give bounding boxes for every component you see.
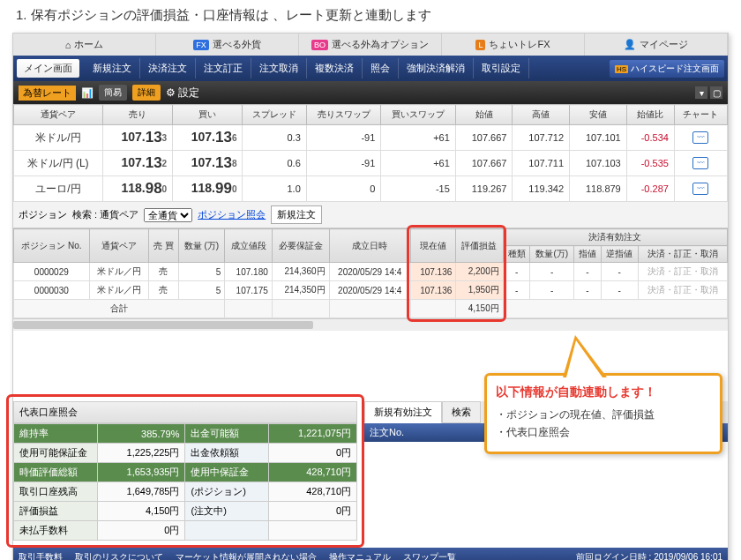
callout-line: ・ポジションの現在値、評価損益 <box>496 407 711 422</box>
last-login-time: 前回ログイン日時 : 2019/09/06 16:01 <box>576 551 722 560</box>
menu-close-order[interactable]: 決済注文 <box>140 58 196 78</box>
acct-value: 0円 <box>269 444 357 463</box>
menu-inquiry[interactable]: 照会 <box>363 58 399 78</box>
callout-box: 以下情報が自動連動します！ ・ポジションの現在値、評価損益 ・代表口座照会 <box>484 373 722 454</box>
tab-mypage[interactable]: 👤マイページ <box>585 34 728 56</box>
toggle-detail[interactable]: 詳細 <box>132 85 161 101</box>
sell-cell[interactable]: 107.133 <box>102 125 172 151</box>
new-order-button[interactable]: 新規注文 <box>271 205 322 224</box>
buy-cell[interactable]: 107.136 <box>173 125 243 151</box>
spread-cell: 0.6 <box>243 151 306 176</box>
position-row[interactable]: 0000030米ドル／円売5107.175214,350円2020/05/29 … <box>14 281 728 300</box>
account-row: 時価評価総額1,653,935円使用中保証金428,710円 <box>14 463 357 482</box>
tab-fx[interactable]: FX選べる外貨 <box>156 34 299 56</box>
side-cell: 売 <box>148 263 178 281</box>
footer-link-swap[interactable]: スワップ一覧 <box>403 551 456 560</box>
scrollbar-thumb[interactable] <box>13 321 313 329</box>
view-icon: 📊 <box>81 87 94 99</box>
high-cell: 107.712 <box>513 125 570 151</box>
gear-icon[interactable]: ⚙ 設定 <box>166 86 199 101</box>
acct-label: 未払手数料 <box>14 521 98 541</box>
acct-label: 時価評価総額 <box>14 463 98 482</box>
tab-new-orders[interactable]: 新規有効注文 <box>364 401 442 423</box>
rate-row[interactable]: 米ドル/円107.133107.1360.3-91+61107.667107.7… <box>14 125 728 151</box>
order-panel: 新規有効注文 検索 注文No. 以下情報が自動連動します！ ・ポジションの現在値… <box>364 401 728 442</box>
pair-select[interactable]: 全通貨 <box>144 208 192 222</box>
type-cell: - <box>503 281 530 300</box>
tab-home[interactable]: ⌂ホーム <box>13 34 156 56</box>
toggle-simple[interactable]: 簡易 <box>99 85 127 101</box>
menu-forced-close[interactable]: 強制決済解消 <box>399 58 474 78</box>
footer-link-market[interactable]: マーケット情報が展開されない場合 <box>176 551 317 560</box>
menu-multi-close[interactable]: 複数決済 <box>307 58 363 78</box>
page-title: 1. 保有ポジションの評価損益・口座情報は 、レート更新と連動します <box>0 0 741 33</box>
chart-icon[interactable]: 〰 <box>692 131 708 144</box>
acct-label: 評価損益 <box>14 502 98 521</box>
account-panel: 代表口座照会 維持率385.79%出金可能額1,221,075円使用可能保証金1… <box>13 401 357 541</box>
col-sell: 売り <box>102 105 172 125</box>
acct-label: (ポジション) <box>185 482 269 502</box>
lower-panels: 代表口座照会 維持率385.79%出金可能額1,221,075円使用可能保証金1… <box>13 401 728 541</box>
chart-icon[interactable]: 〰 <box>692 157 708 169</box>
sell-cell[interactable]: 118.980 <box>102 176 172 202</box>
search-label: 検索 : 通貨ペア <box>72 208 138 221</box>
menu-modify-order[interactable]: 注文訂正 <box>196 58 251 78</box>
col-closeorder: 決済有効注文 <box>503 229 727 246</box>
bswap-cell: +61 <box>381 125 456 151</box>
footer-link-manual[interactable]: 操作マニュアル <box>329 551 391 560</box>
tab-bo[interactable]: BO選べる外為オプション <box>299 34 442 56</box>
position-inquiry-link[interactable]: ポジション照会 <box>198 208 266 221</box>
col-buy: 買い <box>173 105 243 125</box>
fx-badge: FX <box>193 40 209 50</box>
rate-row[interactable]: ユーロ/円118.980118.9901.00-15119.267119.342… <box>14 176 728 202</box>
open-cell: 119.267 <box>455 176 513 202</box>
posno-cell: 0000030 <box>14 281 90 300</box>
subqty-cell: - <box>530 263 574 281</box>
hispeed-order-button[interactable]: HSハイスピード注文画面 <box>610 60 724 78</box>
position-table-wrap: ポジション No. 通貨ペア 売 買 数量 (万) 成立値段 必要保証金 成立日… <box>13 228 728 331</box>
account-row: 使用可能保証金1,225,225円出金依頼額0円 <box>14 444 357 463</box>
diff-cell: -0.534 <box>626 125 674 151</box>
chevron-down-icon[interactable]: ▾ <box>695 86 707 99</box>
detach-icon[interactable]: ▢ <box>710 86 722 99</box>
dt-cell: 2020/05/29 14:4 <box>329 281 410 300</box>
user-icon: 👤 <box>624 39 636 50</box>
sell-cell[interactable]: 107.132 <box>102 151 172 176</box>
tab-auto[interactable]: LちょいトレFX <box>442 34 585 56</box>
acct-value: 428,710円 <box>269 463 357 482</box>
chart-cell[interactable]: 〰 <box>674 125 727 151</box>
menu-new-order[interactable]: 新規注文 <box>85 58 140 78</box>
chart-cell[interactable]: 〰 <box>674 176 727 202</box>
position-row[interactable]: 0000029米ドル／円売5107.180214,360円2020/05/29 … <box>14 263 728 281</box>
col-price: 成立値段 <box>225 229 272 263</box>
stop-cell: - <box>601 281 638 300</box>
footer-link-risk[interactable]: 取引のリスクについて <box>75 551 163 560</box>
sswap-cell: -91 <box>306 125 381 151</box>
bo-badge: BO <box>311 40 328 50</box>
main-screen-button[interactable]: メイン画面 <box>17 59 79 78</box>
horizontal-scrollbar[interactable] <box>13 318 728 331</box>
acct-label: 出金依頼額 <box>185 444 269 463</box>
menu-trade-settings[interactable]: 取引設定 <box>474 58 529 78</box>
acct-label: (注文中) <box>185 502 269 521</box>
action-cell[interactable]: 決済・訂正・取消 <box>638 263 727 281</box>
rate-row[interactable]: 米ドル/円 (L)107.132107.1380.6-91+61107.6671… <box>14 151 728 176</box>
chart-icon[interactable]: 〰 <box>692 183 708 195</box>
acct-label <box>185 521 269 541</box>
limit-cell: - <box>574 263 602 281</box>
app-window: ⌂ホーム FX選べる外貨 BO選べる外為オプション LちょいトレFX 👤マイペー… <box>12 33 729 560</box>
footer-bar: 取引手数料 取引のリスクについて マーケット情報が展開されない場合 操作マニュア… <box>13 548 728 560</box>
buy-cell[interactable]: 118.990 <box>173 176 243 202</box>
hs-badge: HS <box>615 65 628 73</box>
col-qty: 数量 (万) <box>178 229 225 263</box>
col-spread: スプレッド <box>243 105 306 125</box>
high-cell: 119.342 <box>513 176 570 202</box>
buy-cell[interactable]: 107.138 <box>173 151 243 176</box>
footer-link-fees[interactable]: 取引手数料 <box>19 551 63 560</box>
type-cell: - <box>503 263 530 281</box>
chart-cell[interactable]: 〰 <box>674 151 727 176</box>
menu-cancel-order[interactable]: 注文取消 <box>251 58 307 78</box>
pospair-cell: 米ドル／円 <box>89 263 148 281</box>
action-cell[interactable]: 決済・訂正・取消 <box>638 281 727 300</box>
spread-cell: 0.3 <box>243 125 306 151</box>
